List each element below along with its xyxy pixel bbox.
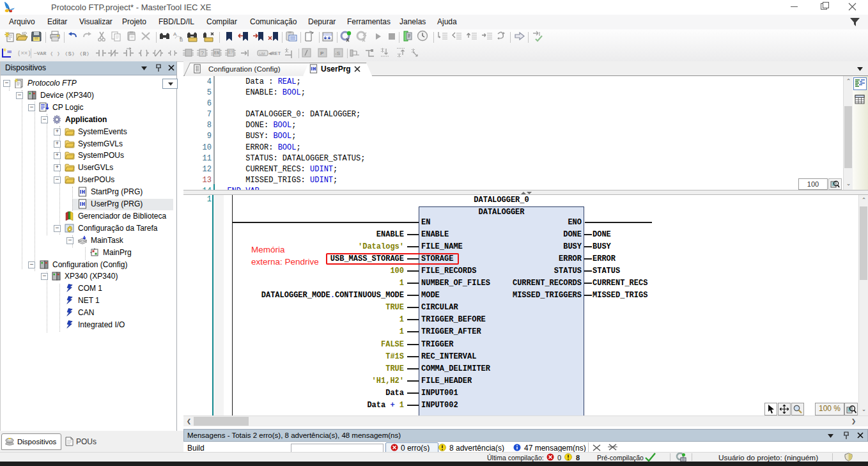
svg-text:P: P: [320, 50, 324, 56]
svg-text:EN: EN: [214, 51, 219, 56]
svg-text:A: A: [173, 31, 177, 37]
svg-text:E?: E?: [228, 50, 233, 55]
svg-text:?: ?: [201, 50, 204, 56]
svg-text:B: B: [180, 37, 183, 42]
svg-text:LIM: LIM: [260, 52, 266, 56]
svg-text:-S: -S: [335, 50, 340, 56]
